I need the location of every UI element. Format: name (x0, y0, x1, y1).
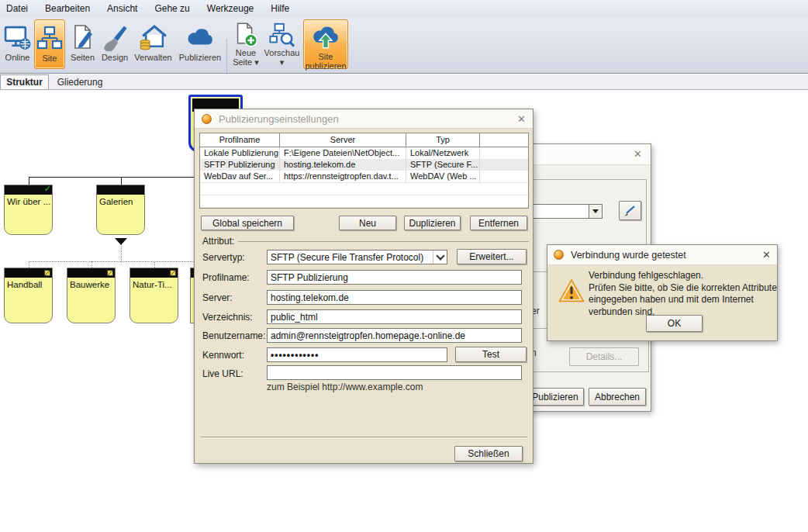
site-publizieren-button[interactable]: Site publizieren (303, 19, 348, 69)
cell-profilname: Lokale Publizierung (200, 147, 280, 159)
test-dialog-title: Verbindung wurde getestet (571, 250, 762, 261)
verwalten-button[interactable]: Verwalten (131, 19, 175, 69)
benutzername-input[interactable] (267, 328, 522, 343)
table-empty-row (200, 195, 528, 207)
collapse-triangle-icon[interactable] (115, 238, 127, 245)
tree-dotted-stub-handball (29, 261, 29, 268)
cell-server: https://rennsteigtropfen.dav.t... (280, 171, 406, 182)
tree-dotted-stem (121, 245, 122, 261)
site-publizieren-label: Site publizieren (304, 52, 347, 71)
publizierungseinstellungen-dialog: Publizierungseinstellungen ✕ Profilname … (194, 109, 533, 464)
node-header (130, 268, 178, 278)
global-speichern-button[interactable]: Global speichern (201, 216, 294, 230)
neue-seite-text: Neue Seite (233, 48, 256, 67)
tree-connector-top (29, 177, 194, 178)
servertyp-value: SFTP (Secure File Transfer Protocol) (268, 252, 433, 263)
ok-button[interactable]: OK (646, 315, 703, 332)
schliessen-button[interactable]: Schließen (454, 446, 523, 461)
preview-magnifier-icon (269, 19, 295, 48)
tree-stub-wir-ueber (29, 177, 29, 185)
neu-button[interactable]: Neu (339, 216, 396, 230)
table-row-lokale-publizierung[interactable]: Lokale Publizierung F:\Eigene Dateien\Ne… (200, 147, 528, 159)
cell-profilname: SFTP Publizierung (200, 159, 280, 171)
vorschau-label: Vorschau (264, 48, 300, 57)
server-input[interactable] (267, 290, 522, 305)
test-dialog-close-icon[interactable]: ✕ (762, 250, 771, 260)
node-label: Galerien (97, 195, 144, 206)
sitemap-node-natur[interactable]: Natur-Ti... (129, 268, 178, 323)
test-dialog-titlebar: Verbindung wurde getestet ✕ (547, 245, 777, 265)
menu-ansicht[interactable]: Ansicht (107, 2, 146, 16)
sitemap-node-wir-ueber[interactable]: ✓ Wir über ... (4, 185, 53, 235)
duplizieren-button[interactable]: Duplizieren (404, 216, 461, 230)
settings-dialog-close-icon[interactable]: ✕ (517, 114, 526, 124)
menu-datei[interactable]: Datei (6, 2, 36, 16)
edit-profile-button[interactable] (619, 201, 641, 220)
online-button[interactable]: Online (2, 19, 33, 69)
online-monitor-globe-icon (3, 19, 32, 53)
profilname-label: Profilname: (202, 272, 250, 283)
kennwort-input[interactable] (267, 347, 447, 362)
column-header-profilname[interactable]: Profilname (200, 133, 280, 147)
cell-empty (480, 147, 528, 159)
design-brush-icon (101, 19, 129, 53)
menu-hilfe[interactable]: Hilfe (271, 2, 298, 16)
site-button[interactable]: Site (34, 19, 65, 69)
node-label: Bauwerke (67, 278, 115, 289)
column-header-server[interactable]: Server (280, 133, 406, 147)
table-row-sftp-publizierung[interactable]: SFTP Publizierung hosting.telekom.de SFT… (200, 159, 528, 171)
seiten-button[interactable]: Seiten (67, 19, 98, 69)
cell-server: hosting.telekom.de (280, 159, 406, 171)
publizieren-button[interactable]: Publizieren (176, 19, 224, 69)
profilname-input[interactable] (267, 270, 522, 285)
sitemap-node-bauwerke[interactable]: Bauwerke (67, 268, 116, 323)
entfernen-button[interactable]: Entfernen (470, 216, 527, 230)
test-button[interactable]: Test (455, 347, 527, 362)
server-label: Server: (202, 292, 233, 303)
menu-bearbeiten[interactable]: Bearbeiten (45, 2, 98, 16)
message-line: Prüfen Sie bitte, ob Sie die korrekten A… (589, 282, 777, 295)
menu-gehe-zu[interactable]: Gehe zu (154, 2, 198, 16)
live-url-label: Live URL: (202, 368, 243, 379)
vorschau-button[interactable]: Vorschau ▾ (262, 19, 302, 69)
seiten-label: Seiten (71, 53, 95, 62)
cell-typ: Lokal/Netzwerk (406, 147, 480, 159)
edited-marker-icon (107, 270, 113, 276)
cell-typ: WebDAV (Web ... (406, 171, 480, 182)
publish-profiles-table: Profilname Server Typ Lokale Publizierun… (199, 133, 529, 209)
publizieren-confirm-button[interactable]: Publizieren (527, 388, 584, 406)
verzeichnis-input[interactable] (267, 309, 522, 324)
attribut-group-line (238, 241, 529, 242)
sitemap-node-handball[interactable]: Handball (4, 268, 53, 323)
tab-struktur[interactable]: Struktur (0, 74, 49, 89)
benutzername-label: Benutzername: (202, 330, 265, 341)
verzeichnis-label: Verzeichnis: (202, 312, 253, 323)
verwalten-label: Verwalten (134, 53, 171, 62)
node-header: ✓ (5, 185, 52, 195)
live-url-input[interactable] (267, 365, 522, 380)
vorschau-caret-icon: ▾ (280, 57, 285, 67)
live-url-hint: zum Beispiel http://www.example.com (267, 382, 423, 392)
chevron-down-icon[interactable] (433, 250, 447, 264)
details-button[interactable]: Details... (569, 347, 639, 366)
node-label: Natur-Ti... (130, 278, 178, 289)
tab-gliederung[interactable]: Gliederung (50, 74, 110, 89)
column-header-empty (480, 133, 528, 147)
publish-dialog-close-icon[interactable]: ✕ (634, 149, 642, 159)
menu-werkzeuge[interactable]: Werkzeuge (207, 2, 262, 16)
dropdown-arrow-icon[interactable] (589, 205, 602, 218)
site-label: Site (43, 54, 57, 63)
cell-empty (480, 171, 528, 182)
design-button[interactable]: Design (99, 19, 130, 69)
cell-server: F:\Eigene Dateien\NetObject... (280, 147, 406, 159)
servertyp-select[interactable]: SFTP (Secure File Transfer Protocol) (267, 250, 447, 264)
table-row-webdav[interactable]: WebDav auf Ser... https://rennsteigtropf… (200, 171, 528, 182)
node-label: Handball (5, 278, 52, 289)
sitemap-node-galerien[interactable]: Galerien (96, 185, 145, 235)
abbrechen-button[interactable]: Abbrechen (589, 388, 646, 406)
column-header-typ[interactable]: Typ (406, 133, 480, 147)
test-dialog-message: Verbindung fehlgeschlagen. Prüfen Sie bi… (589, 270, 777, 318)
neue-seite-button[interactable]: Neue Seite ▾ (230, 19, 262, 69)
erweitert-button[interactable]: Erweitert... (457, 249, 527, 264)
settings-dialog-title: Publizierungseinstellungen (219, 113, 517, 125)
